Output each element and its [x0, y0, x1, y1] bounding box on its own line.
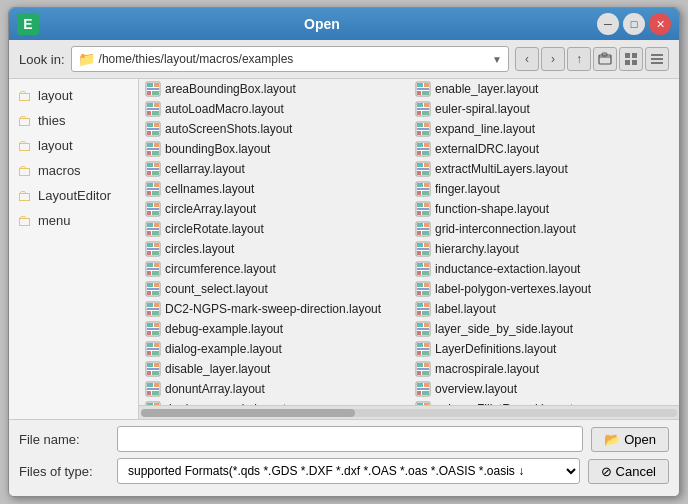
path-bar[interactable]: 📁 /home/thies/layout/macros/examples ▼: [71, 46, 509, 72]
svg-rect-98: [152, 371, 159, 375]
svg-rect-186: [417, 308, 429, 310]
svg-rect-37: [147, 171, 151, 175]
list-item[interactable]: debug-example.layout: [139, 319, 409, 339]
svg-rect-85: [147, 331, 151, 335]
svg-rect-25: [147, 131, 151, 135]
svg-rect-14: [152, 91, 159, 95]
file-name: LayerDefinitions.layout: [435, 342, 556, 356]
file-icon: [415, 381, 431, 397]
svg-rect-32: [152, 151, 159, 155]
list-item[interactable]: layer_side_by_side.layout: [409, 319, 679, 339]
svg-rect-13: [147, 91, 151, 95]
svg-rect-16: [147, 103, 153, 107]
list-item[interactable]: euler-spiral.layout: [409, 99, 679, 119]
list-item[interactable]: grid-interconnection.layout: [409, 219, 679, 239]
list-item[interactable]: overview.layout: [409, 379, 679, 399]
list-item[interactable]: label-polygon-vertexes.layout: [409, 279, 679, 299]
path-folder-icon: 📁: [78, 51, 95, 67]
list-item[interactable]: hierarchy.layout: [409, 239, 679, 259]
svg-rect-138: [417, 148, 429, 150]
sidebar-item-layout2[interactable]: 🗀 layout: [9, 133, 138, 158]
svg-rect-50: [152, 211, 159, 215]
list-item[interactable]: disable_layer.layout: [139, 359, 409, 379]
svg-rect-83: [154, 323, 159, 327]
list-item[interactable]: autoLoadMacro.layout: [139, 99, 409, 119]
sidebar-item-thies[interactable]: 🗀 thies: [9, 108, 138, 133]
sidebar-item-layout1[interactable]: 🗀 layout: [9, 83, 138, 108]
svg-rect-125: [424, 103, 429, 107]
list-item[interactable]: LayerDefinitions.layout: [409, 339, 679, 359]
horizontal-scrollbar[interactable]: [139, 405, 679, 419]
svg-rect-90: [147, 348, 159, 350]
file-name: donuntArray.layout: [165, 382, 265, 396]
svg-rect-76: [147, 303, 153, 307]
svg-rect-199: [417, 351, 421, 355]
list-item[interactable]: circleRotate.layout: [139, 219, 409, 239]
list-item[interactable]: externalDRC.layout: [409, 139, 679, 159]
open-button[interactable]: 📂 Open: [591, 427, 669, 452]
file-col-left: areaBoundingBox.layout autoLoadMacro.lay…: [139, 79, 409, 405]
cancel-button[interactable]: ⊘ Cancel: [588, 459, 669, 484]
list-item[interactable]: label.layout: [409, 299, 679, 319]
list-item[interactable]: expand_line.layout: [409, 119, 679, 139]
list-item[interactable]: boundingBox.layout: [139, 139, 409, 159]
list-item[interactable]: enable_layer.layout: [409, 79, 679, 99]
nav-detail-view-button[interactable]: [645, 47, 669, 71]
nav-forward-button[interactable]: ›: [541, 47, 565, 71]
path-text: /home/thies/layout/macros/examples: [99, 52, 489, 66]
svg-rect-22: [147, 123, 153, 127]
nav-new-folder-button[interactable]: [593, 47, 617, 71]
list-item[interactable]: circumference.layout: [139, 259, 409, 279]
sidebar-item-menu[interactable]: 🗀 menu: [9, 208, 138, 233]
file-list-scroll[interactable]: areaBoundingBox.layout autoLoadMacro.lay…: [139, 79, 679, 405]
filename-input[interactable]: [117, 426, 583, 452]
list-item[interactable]: circleArray.layout: [139, 199, 409, 219]
svg-rect-11: [154, 83, 159, 87]
svg-rect-134: [422, 131, 429, 135]
nav-icon-view-button[interactable]: [619, 47, 643, 71]
file-name: euler-spiral.layout: [435, 102, 530, 116]
list-item[interactable]: cellarray.layout: [139, 159, 409, 179]
list-item[interactable]: donuntArray.layout: [139, 379, 409, 399]
list-item[interactable]: areaBoundingBox.layout: [139, 79, 409, 99]
list-item[interactable]: macrospirale.layout: [409, 359, 679, 379]
svg-rect-55: [147, 231, 151, 235]
sidebar-item-macros[interactable]: 🗀 macros: [9, 158, 138, 183]
file-icon: [145, 121, 161, 137]
list-item[interactable]: function-shape.layout: [409, 199, 679, 219]
svg-rect-130: [417, 123, 423, 127]
list-item[interactable]: count_select.layout: [139, 279, 409, 299]
file-name: overview.layout: [435, 382, 517, 396]
svg-rect-80: [152, 311, 159, 315]
list-item[interactable]: finger.layout: [409, 179, 679, 199]
svg-rect-144: [417, 168, 429, 170]
svg-rect-205: [417, 371, 421, 375]
svg-rect-36: [147, 168, 159, 170]
list-item[interactable]: circles.layout: [139, 239, 409, 259]
svg-rect-185: [424, 303, 429, 307]
file-name: macrospirale.layout: [435, 362, 539, 376]
svg-rect-88: [147, 343, 153, 347]
svg-rect-127: [417, 111, 421, 115]
list-item[interactable]: autoScreenShots.layout: [139, 119, 409, 139]
svg-rect-204: [417, 368, 429, 370]
svg-rect-208: [417, 383, 423, 387]
filetype-select[interactable]: supported Formats(*.qds *.GDS *.DXF *.dx…: [117, 458, 580, 484]
list-item[interactable]: extractMultiLayers.layout: [409, 159, 679, 179]
svg-rect-19: [147, 111, 151, 115]
list-item[interactable]: dialog-example.layout: [139, 339, 409, 359]
path-dropdown-button[interactable]: ▼: [492, 54, 502, 65]
nav-back-button[interactable]: ‹: [515, 47, 539, 71]
close-button[interactable]: ✕: [649, 13, 671, 35]
list-item[interactable]: cellnames.layout: [139, 179, 409, 199]
svg-rect-24: [147, 128, 159, 130]
svg-rect-54: [147, 228, 159, 230]
nav-up-button[interactable]: ↑: [567, 47, 591, 71]
svg-rect-48: [147, 208, 159, 210]
list-item[interactable]: inductance-extaction.layout: [409, 259, 679, 279]
maximize-button[interactable]: □: [623, 13, 645, 35]
list-item[interactable]: DC2-NGPS-mark-sweep-direction.layout: [139, 299, 409, 319]
sidebar-item-layouteditor[interactable]: 🗀 LayoutEditor: [9, 183, 138, 208]
minimize-button[interactable]: ─: [597, 13, 619, 35]
svg-rect-140: [422, 151, 429, 155]
